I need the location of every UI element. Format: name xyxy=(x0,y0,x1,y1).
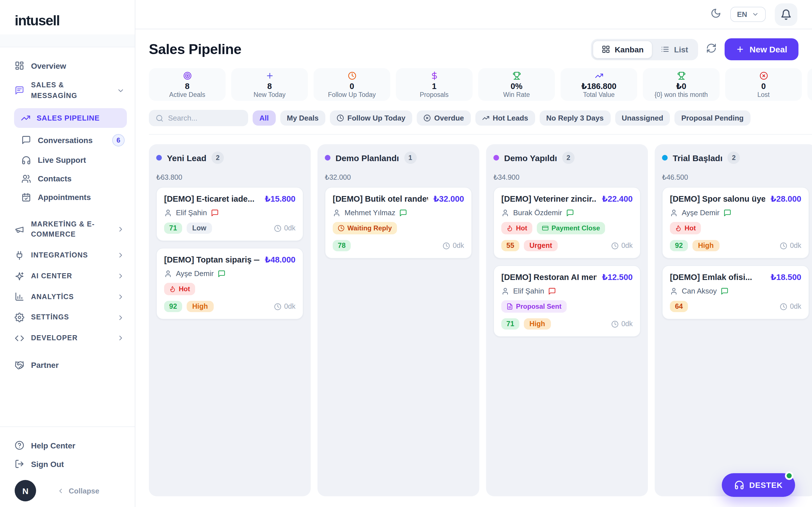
view-kanban-button[interactable]: Kanban xyxy=(593,40,653,58)
help-circle-icon xyxy=(15,441,24,450)
deal-card[interactable]: [DEMO] Veteriner zincir... ₺22.400 Burak… xyxy=(493,187,641,259)
sidebar-item-help-center[interactable]: Help Center xyxy=(0,436,135,455)
deal-card[interactable]: [DEMO] E-ticaret iade... ₺15.800 Elif Şa… xyxy=(156,187,303,241)
stat-card-partial xyxy=(808,68,812,101)
column-name: Yeni Lead xyxy=(167,153,206,163)
priority-badge: Low xyxy=(187,223,212,234)
sidebar-item-conversations[interactable]: Conversations 6 xyxy=(0,129,135,151)
priority-badge: High xyxy=(524,318,551,330)
time-label: 0dk xyxy=(790,302,801,311)
sidebar-nav: Overview SALES & MESSAGİNG SALES PIPELIN… xyxy=(0,47,135,375)
payment-close-badge: Payment Close xyxy=(537,222,605,234)
filter-chip-unassigned[interactable]: Unassigned xyxy=(615,110,670,126)
column-count-badge: 2 xyxy=(211,152,224,164)
sidebar-section-settings[interactable]: SETTİNGS xyxy=(0,307,135,328)
deal-card[interactable]: [DEMO] Restoran AI menü... ₺12.500 Elif … xyxy=(493,265,641,337)
sidebar-item-sign-out[interactable]: Sign Out xyxy=(0,455,135,473)
avatar[interactable]: N xyxy=(15,480,36,501)
clock-icon xyxy=(443,242,450,249)
notifications-button[interactable] xyxy=(775,3,797,25)
sidebar-section-marketing[interactable]: MARKETİNG & E-COMMERCE xyxy=(0,214,135,245)
search-box[interactable] xyxy=(149,110,248,126)
sidebar-section-developer[interactable]: DEVELOPER xyxy=(0,328,135,349)
section-label: ANALYTİCS xyxy=(31,291,110,302)
stat-value: 0 xyxy=(761,81,766,91)
sidebar-item-label: Live Support xyxy=(38,156,86,165)
assignee-name: Elif Şahin xyxy=(176,209,207,217)
chevron-down-icon xyxy=(752,11,759,18)
sidebar-section-sales-messaging[interactable]: SALES & MESSAGİNG xyxy=(0,75,135,106)
section-label: DEVELOPER xyxy=(31,333,110,344)
sidebar-item-label: Appointments xyxy=(38,193,91,202)
sidebar-item-sales-pipeline[interactable]: SALES PIPELINE xyxy=(14,108,127,128)
clock-icon xyxy=(611,320,619,328)
deal-card[interactable]: [DEMO] Spor salonu üyeli... ₺28.000 Ayşe… xyxy=(662,187,809,259)
log-out-icon xyxy=(15,459,24,469)
filter-chip-all[interactable]: All xyxy=(253,110,275,126)
new-deal-button[interactable]: New Deal xyxy=(725,38,799,60)
chat-icon[interactable] xyxy=(566,209,574,217)
user-icon xyxy=(164,209,172,217)
chip-label: Unassigned xyxy=(622,114,663,122)
chat-icon[interactable] xyxy=(218,270,225,277)
section-label: MARKETİNG & E-COMMERCE xyxy=(31,219,110,240)
column-cards: [DEMO] Veteriner zincir... ₺22.400 Burak… xyxy=(493,187,641,337)
view-list-button[interactable]: List xyxy=(653,40,697,58)
filter-chip-no-reply[interactable]: No Reply 3 Days xyxy=(539,110,610,126)
deal-card[interactable]: [DEMO] Butik otel randev... ₺32.000 Mehm… xyxy=(325,187,472,259)
list-icon xyxy=(661,45,670,54)
chat-icon[interactable] xyxy=(211,209,219,217)
assignee-name: Ayşe Demir xyxy=(682,209,719,217)
clock-icon xyxy=(348,71,356,80)
column-total-value: ₺46.500 xyxy=(662,173,809,181)
sidebar-item-label: Sign Out xyxy=(31,459,64,468)
filter-chip-my-deals[interactable]: My Deals xyxy=(280,110,325,126)
filter-chip-hot-leads[interactable]: Hot Leads xyxy=(475,110,535,126)
deal-value: ₺28.000 xyxy=(770,194,801,203)
time-label: 0dk xyxy=(284,302,296,311)
badge-label: Proposal Sent xyxy=(516,302,561,311)
sidebar-section-integrations[interactable]: INTEGRATİONS xyxy=(0,245,135,266)
moon-icon xyxy=(711,8,721,18)
filter-chip-overdue[interactable]: Overdue xyxy=(417,110,471,126)
dark-mode-toggle[interactable] xyxy=(711,8,721,21)
stat-label: Total Value xyxy=(583,91,615,98)
filter-chip-proposal-pending[interactable]: Proposal Pending xyxy=(674,110,750,126)
sidebar-section-analytics[interactable]: ANALYTİCS xyxy=(0,286,135,307)
chat-icon[interactable] xyxy=(399,209,407,217)
collapse-button[interactable]: Collapse xyxy=(36,487,120,495)
column-cards: [DEMO] Butik otel randev... ₺32.000 Mehm… xyxy=(325,187,472,259)
sidebar-section-ai-center[interactable]: AI CENTER xyxy=(0,266,135,287)
support-button[interactable]: DESTEK xyxy=(721,473,795,497)
refresh-button[interactable] xyxy=(706,43,717,56)
chevron-right-icon xyxy=(117,293,124,301)
target-icon xyxy=(183,71,192,80)
stat-follow-up-today: 0 Follow Up Today xyxy=(313,68,390,101)
chip-label: Overdue xyxy=(434,114,464,122)
user-icon xyxy=(670,287,678,295)
deal-title: [DEMO] Spor salonu üyeli... xyxy=(670,194,765,203)
trend-up-icon xyxy=(595,71,603,80)
column-dot xyxy=(156,155,162,161)
sidebar-item-partner[interactable]: Partner xyxy=(0,356,135,375)
priority-badge: Urgent xyxy=(524,240,558,251)
user-icon xyxy=(501,287,509,295)
sidebar-item-appointments[interactable]: Appointments xyxy=(0,188,135,207)
sidebar-item-contacts[interactable]: Contacts xyxy=(0,169,135,188)
filter-chip-follow-up-today[interactable]: Follow Up Today xyxy=(330,110,412,126)
chat-icon[interactable] xyxy=(548,287,556,295)
time-label: 0dk xyxy=(790,242,801,249)
deal-card[interactable]: [DEMO] Emlak ofisi... ₺18.500 Can Aksoy … xyxy=(662,265,809,320)
sidebar-item-overview[interactable]: Overview xyxy=(0,56,135,75)
flame-icon xyxy=(506,225,513,231)
stat-label: Follow Up Today xyxy=(328,91,376,98)
search-input[interactable] xyxy=(168,114,241,122)
chat-icon[interactable] xyxy=(721,287,728,295)
deal-card[interactable]: [DEMO] Toptan sipariş —... ₺48.000 Ayşe … xyxy=(156,248,303,320)
deal-title: [DEMO] Veteriner zincir... xyxy=(501,194,596,203)
chat-icon[interactable] xyxy=(723,209,731,217)
flame-icon xyxy=(169,286,176,292)
sidebar-item-live-support[interactable]: Live Support xyxy=(0,151,135,169)
time-label: 0dk xyxy=(453,242,464,249)
language-select[interactable]: EN xyxy=(730,7,766,22)
